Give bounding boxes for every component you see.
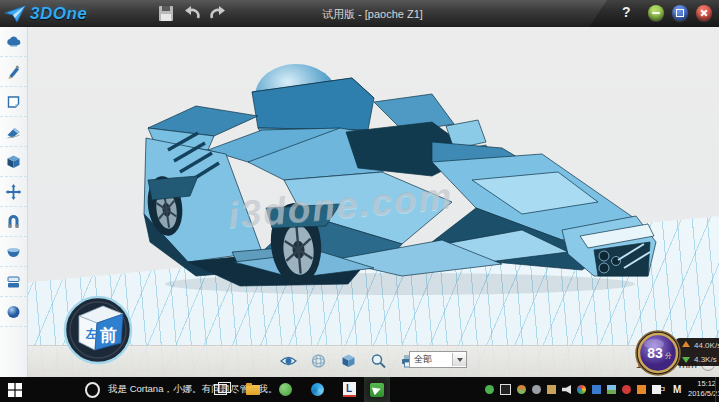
cloud-icon [5, 34, 22, 50]
blue-swirl-icon [311, 383, 324, 396]
tray-m-icon[interactable]: M [673, 377, 681, 402]
tray-document-icon[interactable] [592, 385, 601, 394]
view-cube-widget[interactable]: 左 前 [61, 293, 135, 367]
start-button[interactable] [5, 377, 25, 402]
tray-monitor-icon[interactable] [500, 384, 511, 395]
green-circle-icon [279, 383, 292, 396]
tray-folder-icon[interactable] [547, 385, 556, 394]
tray-orange-icon[interactable] [637, 385, 646, 394]
filter-dropdown-value: 全部 [410, 353, 452, 366]
sphere-icon [5, 304, 22, 320]
gauge-score: 83 [647, 345, 663, 361]
upload-speed: 44.0K/s [694, 341, 719, 350]
score-gauge-widget[interactable]: 44.0K/s 4.3K/s 83 分 [625, 329, 719, 377]
tray-gray-icon[interactable] [532, 385, 541, 394]
chevron-down-icon [457, 358, 463, 362]
windows-logo-icon [8, 383, 22, 397]
download-speed: 4.3K/s [694, 355, 717, 364]
cortana-button[interactable] [85, 377, 100, 402]
tray-shield-icon[interactable] [517, 385, 526, 394]
tool-render-sphere[interactable] [0, 297, 27, 327]
zoom-magnifier-button[interactable] [370, 353, 387, 369]
minimize-icon [652, 12, 660, 14]
taskbar-clock[interactable]: 15:12 2016/5/21 [688, 379, 716, 399]
shaded-display-button[interactable] [340, 353, 357, 369]
3done-app-button-active[interactable] [364, 377, 390, 402]
magnet-icon [5, 214, 22, 230]
tool-list[interactable] [0, 267, 27, 297]
tray-picture-icon[interactable] [607, 385, 616, 394]
sketch-plane-icon [5, 94, 22, 110]
screen: { "title_bar": { "logo_text": "3DOne", "… [0, 0, 719, 402]
close-icon [700, 9, 708, 17]
viewport-3d[interactable]: i3done.com [28, 27, 719, 377]
folder-icon [246, 385, 260, 395]
restore-button[interactable] [672, 5, 688, 21]
material-bowl-icon [5, 244, 22, 260]
filter-dropdown[interactable]: 全部 [409, 351, 467, 368]
list-bars-icon [5, 274, 22, 290]
tool-trim[interactable] [0, 117, 27, 147]
l-app-icon: L [343, 382, 356, 397]
filter-dropdown-button[interactable] [452, 353, 466, 366]
title-bar: 3DOne 试用版 - [paoche Z1] ? [0, 0, 719, 27]
trim-eraser-icon [5, 124, 22, 140]
3done-plane-icon [370, 383, 384, 397]
window-title: 试用版 - [paoche Z1] [322, 7, 423, 22]
task-view-icon [214, 384, 227, 395]
clock-time: 15:12 [688, 379, 716, 389]
tool-material[interactable] [0, 237, 27, 267]
tray-green-icon[interactable] [485, 385, 494, 394]
tool-sketch-pencil[interactable] [0, 57, 27, 87]
redo-button[interactable] [208, 5, 226, 22]
l-app-button[interactable]: L [336, 377, 362, 402]
tray-colorwheel-icon[interactable] [577, 385, 586, 394]
save-button[interactable] [157, 5, 175, 22]
tool-magnet-assembly[interactable] [0, 207, 27, 237]
ime-indicator[interactable]: 中 [656, 377, 666, 402]
app-logo[interactable]: 3DOne [4, 0, 87, 27]
pencil-icon [5, 64, 22, 80]
taskbar: 我是 Cortana，小娜。有问题尽管问我。 L 中 M 15:12 2016/… [0, 377, 719, 402]
task-view-button[interactable] [210, 377, 230, 402]
close-button[interactable] [696, 5, 712, 21]
tool-cloud[interactable] [0, 27, 27, 57]
tool-solid-cube[interactable] [0, 147, 27, 177]
view-cube-left-face[interactable]: 左 [85, 327, 98, 341]
view-cube-front-face[interactable]: 前 [99, 326, 117, 345]
gauge-score-unit: 分 [664, 352, 672, 359]
tray-speaker-icon[interactable] [562, 385, 571, 394]
browser-app-button[interactable] [304, 377, 330, 402]
show-desktop-button[interactable] [715, 377, 719, 402]
tool-move[interactable] [0, 177, 27, 207]
left-toolbar [0, 27, 28, 377]
visibility-eye-button[interactable] [280, 353, 297, 369]
system-tray [485, 377, 661, 402]
move-arrows-icon [5, 184, 22, 200]
clock-date: 2016/5/21 [688, 389, 716, 399]
paper-plane-icon [4, 5, 26, 23]
tool-sketch-plane[interactable] [0, 87, 27, 117]
minimize-button[interactable] [648, 5, 664, 21]
tray-red-icon[interactable] [622, 385, 631, 394]
green-app-button[interactable] [272, 377, 298, 402]
cube-icon [5, 154, 22, 170]
help-button[interactable]: ? [622, 4, 631, 20]
wireframe-display-button[interactable] [310, 353, 327, 369]
restore-icon [676, 9, 684, 17]
file-explorer-button[interactable] [240, 377, 266, 402]
app-logo-text: 3DOne [30, 4, 87, 24]
cortana-circle-icon [85, 382, 100, 398]
undo-button[interactable] [184, 5, 202, 22]
